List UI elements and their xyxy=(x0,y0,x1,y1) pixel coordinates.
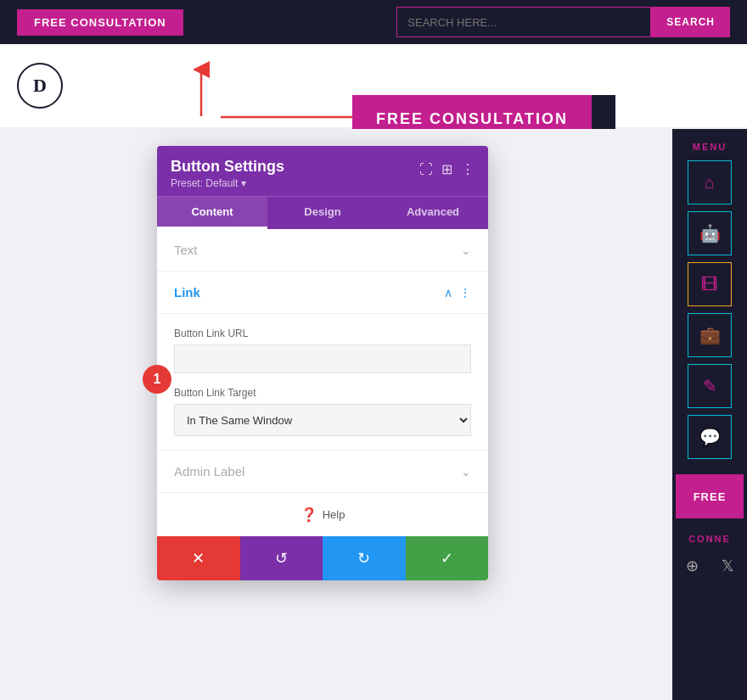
arrow-up-icon xyxy=(188,61,214,119)
modal-columns-icon[interactable]: ⊞ xyxy=(441,161,452,177)
help-icon: ❓ xyxy=(300,507,317,523)
modal-actions: ✕ ↺ ↻ ✓ xyxy=(157,536,488,580)
modal-preset[interactable]: Preset: Default ▾ xyxy=(171,177,284,189)
link-section-header[interactable]: Link ∧ ⋮ xyxy=(157,272,488,314)
robot-icon: 🤖 xyxy=(699,223,721,244)
sidebar-twitter-button[interactable]: 𝕏 xyxy=(712,551,743,581)
cancel-button[interactable]: ✕ xyxy=(157,536,240,580)
target-field-label: Button Link Target xyxy=(174,387,471,399)
sidebar-free-button[interactable]: FREE xyxy=(676,474,744,518)
top-bar: FREE CONSULTATION SEARCH xyxy=(0,0,747,44)
button-settings-modal: Button Settings Preset: Default ▾ ⛶ ⊞ ⋮ … xyxy=(157,146,488,580)
main-area: 1 Button Settings Preset: Default ▾ ⛶ ⊞ … xyxy=(0,129,747,700)
tab-content[interactable]: Content xyxy=(157,197,267,229)
sidebar-briefcase-button[interactable]: 💼 xyxy=(688,313,732,357)
confirm-button[interactable]: ✓ xyxy=(406,536,489,580)
film-icon: 🎞 xyxy=(701,275,718,294)
sidebar-menu-label: MENU xyxy=(693,142,727,152)
sidebar-connect-label: CONNE xyxy=(688,534,731,544)
edit-icon: ✎ xyxy=(703,376,717,396)
text-chevron-icon: ⌄ xyxy=(461,244,471,257)
help-label[interactable]: Help xyxy=(323,508,345,521)
logo-bar: D FREE CONSULTATION xyxy=(0,44,747,129)
link-section-title: Link xyxy=(174,285,200,300)
link-section-icons: ∧ ⋮ xyxy=(444,286,471,300)
sidebar-right: MENU ⌂ 🤖 🎞 💼 ✎ 💬 FREE CONNE ⊕ 𝕏 xyxy=(672,129,747,700)
redo-button[interactable]: ↻ xyxy=(323,536,406,580)
search-button[interactable]: SEARCH xyxy=(651,7,730,37)
logo: D xyxy=(17,63,63,109)
free-label: FREE xyxy=(694,490,727,503)
modal-title: Button Settings xyxy=(171,158,284,176)
sidebar-home-button[interactable]: ⌂ xyxy=(688,160,732,204)
admin-section-header[interactable]: Admin Label ⌄ xyxy=(157,451,488,493)
top-bar-left: FREE CONSULTATION xyxy=(17,9,183,36)
modal-tabs: Content Design Advanced xyxy=(157,196,488,229)
sidebar-codepen-button[interactable]: ⊕ xyxy=(677,551,707,581)
top-bar-right: SEARCH xyxy=(396,7,730,37)
admin-section-title: Admin Label xyxy=(174,464,244,479)
undo-button[interactable]: ↺ xyxy=(240,536,323,580)
help-row: ❓ Help xyxy=(157,493,488,536)
sidebar-edit-button[interactable]: ✎ xyxy=(688,364,732,408)
modal-body: Text ⌄ Link ∧ ⋮ Button Link URL Button L… xyxy=(157,229,488,536)
text-section-header[interactable]: Text ⌄ xyxy=(157,229,488,272)
tab-advanced[interactable]: Advanced xyxy=(378,197,488,229)
modal-header-info: Button Settings Preset: Default ▾ xyxy=(171,158,284,189)
link-section-body: Button Link URL Button Link Target In Th… xyxy=(157,314,488,451)
step-badge: 1 xyxy=(143,365,171,394)
modal-header: Button Settings Preset: Default ▾ ⛶ ⊞ ⋮ xyxy=(157,146,488,196)
chat-icon: 💬 xyxy=(699,427,721,447)
modal-header-icons: ⛶ ⊞ ⋮ xyxy=(419,161,475,177)
button-link-target-select[interactable]: In The Same Window In A New Tab xyxy=(174,404,471,436)
modal-expand-icon[interactable]: ⛶ xyxy=(419,162,433,177)
sidebar-social-row: ⊕ 𝕏 xyxy=(677,551,743,581)
sidebar-chat-button[interactable]: 💬 xyxy=(688,415,732,459)
briefcase-icon: 💼 xyxy=(699,325,721,345)
tab-design[interactable]: Design xyxy=(267,197,378,229)
link-chevron-icon[interactable]: ∧ xyxy=(444,286,452,300)
home-icon: ⌂ xyxy=(705,173,715,193)
sidebar-robot-button[interactable]: 🤖 xyxy=(688,211,732,255)
admin-chevron-icon: ⌄ xyxy=(461,465,471,479)
link-more-icon[interactable]: ⋮ xyxy=(459,286,471,300)
sidebar-film-button[interactable]: 🎞 xyxy=(688,262,732,306)
text-section-title: Text xyxy=(174,243,198,257)
url-field-label: Button Link URL xyxy=(174,328,471,339)
button-link-url-input[interactable] xyxy=(174,344,471,373)
search-input[interactable] xyxy=(396,7,651,37)
top-free-consultation-button[interactable]: FREE CONSULTATION xyxy=(17,9,183,36)
modal-more-icon[interactable]: ⋮ xyxy=(461,161,475,177)
